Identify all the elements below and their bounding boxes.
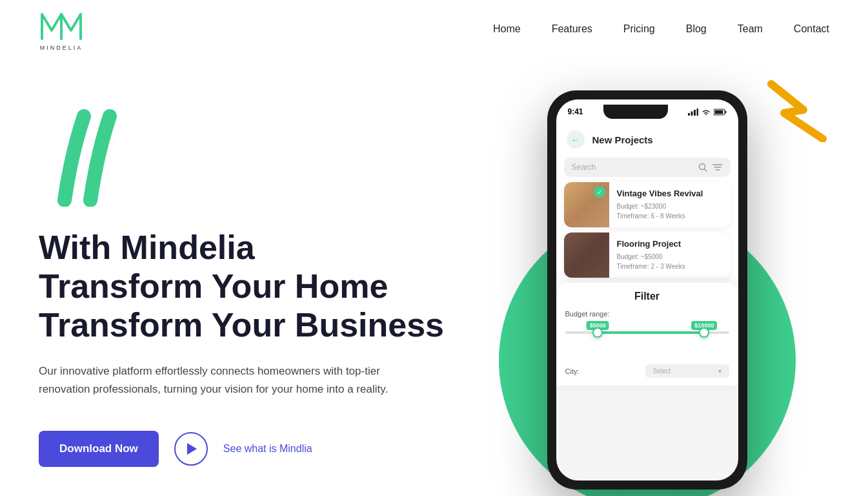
nav-pricing[interactable]: Pricing — [623, 23, 655, 35]
project-card-2[interactable]: Flooring Project Budget: ~$5000 Timefram… — [564, 232, 731, 278]
logo-label: MINDELIA — [40, 45, 83, 51]
filter-panel: Filter Budget range: $5000 — [556, 283, 738, 386]
project-budget-2: Budget: ~$5000 — [617, 252, 723, 262]
phone-status-bar: 9:41 — [556, 99, 738, 121]
wifi-icon — [701, 108, 711, 116]
deco-lines-icon — [39, 103, 123, 207]
hero-actions: Download Now See what is Mindlia — [39, 431, 465, 467]
header: MINDELIA Home Features Pricing Blog Team… — [0, 0, 868, 58]
svg-rect-0 — [688, 113, 690, 116]
phone-status-icons — [688, 108, 727, 116]
search-bar[interactable]: Search — [564, 158, 731, 177]
hero-title-line2: Transform Your Home — [39, 267, 388, 305]
hero-section: With Mindelia Transform Your Home Transf… — [0, 58, 868, 496]
svg-rect-1 — [691, 111, 692, 116]
hero-title: With Mindelia Transform Your Home Transf… — [39, 229, 465, 344]
lightning-icon — [752, 78, 842, 142]
download-button[interactable]: Download Now — [39, 431, 159, 467]
nav-home[interactable]: Home — [493, 23, 521, 35]
city-row: City: Select ▾ — [565, 364, 729, 378]
project-check-icon: ✓ — [594, 186, 605, 198]
nav-contact[interactable]: Contact — [794, 23, 829, 35]
project-name-2: Flooring Project — [617, 239, 723, 249]
filter-icon — [712, 163, 723, 172]
hero-title-line1: With Mindelia — [39, 229, 255, 266]
phone-notch — [603, 105, 668, 119]
slider-fill — [598, 331, 704, 334]
budget-slider[interactable]: $5000 $15000 — [565, 323, 729, 342]
city-placeholder: Select — [653, 367, 671, 375]
battery-icon — [714, 108, 727, 116]
lightning-decoration — [752, 78, 842, 145]
hero-subtitle: Our innovative platform effortlessly con… — [39, 362, 426, 398]
slider-thumb-right[interactable] — [699, 327, 709, 338]
back-button[interactable]: ← — [567, 130, 585, 149]
project-info-1: Vintage Vibes Revival Budget: ~$23000 Ti… — [609, 182, 731, 227]
project-image-1: ✓ — [564, 182, 609, 227]
search-icons — [698, 163, 723, 172]
hero-title-line3: Transform Your Business — [39, 306, 444, 344]
svg-rect-2 — [694, 110, 696, 116]
logo[interactable]: MINDELIA — [39, 8, 84, 51]
logo-icon — [39, 8, 84, 43]
app-header-bar: ← New Projects — [556, 121, 738, 154]
svg-rect-3 — [696, 108, 698, 116]
nav-blog[interactable]: Blog — [686, 23, 707, 35]
play-icon — [187, 443, 197, 455]
project-image-2 — [564, 232, 609, 278]
signal-icon — [688, 108, 698, 116]
phone-app-content: ← New Projects Search — [556, 121, 738, 386]
search-icon — [698, 163, 707, 172]
slider-thumb-left[interactable] — [592, 327, 603, 338]
svg-rect-6 — [714, 110, 723, 114]
search-placeholder: Search — [572, 163, 596, 172]
project-card-1[interactable]: ✓ Vintage Vibes Revival Budget: ~$23000 … — [564, 182, 731, 227]
nav-team[interactable]: Team — [738, 23, 763, 35]
svg-line-8 — [704, 169, 707, 172]
phone-screen: 9:41 — [556, 99, 738, 480]
decorative-lines — [39, 103, 465, 209]
project-timeframe-2: Timeframe: 2 - 3 Weeks — [617, 262, 723, 271]
budget-range-label: Budget range: — [565, 310, 729, 318]
project-budget-1: Budget: ~$23000 — [617, 202, 723, 211]
hero-left: With Mindelia Transform Your Home Transf… — [39, 78, 465, 467]
project-timeframe-1: Timeframe: 6 - 8 Weeks — [617, 211, 723, 221]
filter-title: Filter — [565, 291, 729, 302]
project-name-1: Vintage Vibes Revival — [617, 189, 723, 198]
navigation: Home Features Pricing Blog Team Contact — [493, 23, 829, 35]
city-label: City: — [565, 367, 580, 375]
phone-mockup: 9:41 — [547, 90, 747, 490]
app-screen-title: New Projects — [592, 134, 653, 145]
phone-time: 9:41 — [568, 107, 583, 116]
hero-right: 9:41 — [465, 78, 829, 490]
see-what-label[interactable]: See what is Mindlia — [223, 443, 312, 455]
project-info-2: Flooring Project Budget: ~$5000 Timefram… — [609, 232, 731, 278]
play-button[interactable] — [174, 432, 208, 466]
svg-rect-5 — [725, 110, 726, 113]
city-select[interactable]: Select ▾ — [645, 364, 729, 378]
city-chevron-icon: ▾ — [718, 367, 722, 375]
nav-features[interactable]: Features — [552, 23, 592, 35]
